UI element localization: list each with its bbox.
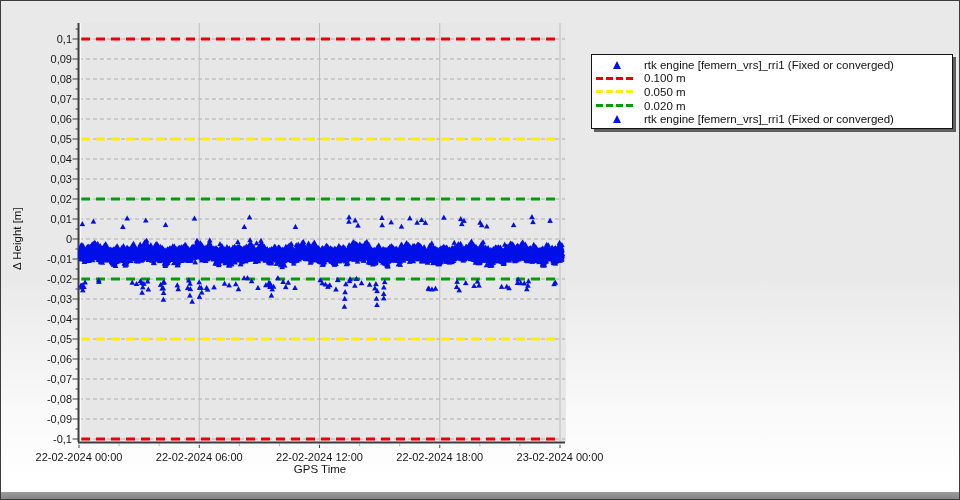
y-tick-label: 0 [26,233,72,246]
chart-window: 0,10,090,080,070,060,050,040,030,020,010… [0,0,960,500]
y-tick-label: -0,01 [26,253,72,266]
y-tick-label: -0,09 [26,413,72,426]
y-tick-label: -0,06 [26,353,72,366]
series-triangle-icon [613,115,621,123]
window-bottom-edge [1,492,959,499]
legend-item-label: rtk engine [femern_vrs]_rri1 (Fixed or c… [644,59,894,71]
green-dashed-line-icon [596,104,636,107]
y-tick-label: -0,08 [26,393,72,406]
legend-item-label: rtk engine [femern_vrs]_rri1 (Fixed or c… [644,113,894,125]
y-tick-label: -0,02 [26,273,72,286]
x-tick-label: 22-02-2024 00:00 [21,451,137,464]
y-tick-label: 0,02 [26,193,72,206]
y-tick-label: 0,01 [26,213,72,226]
legend-item: 0.100 m [596,72,948,86]
y-tick-label: -0,07 [26,373,72,386]
x-axis-title: GPS Time [260,463,380,475]
yellow-dashed-line-icon [596,90,636,93]
y-tick-label: 0,06 [26,113,72,126]
legend-item-label: 0.050 m [644,86,686,98]
y-tick-label: 0,09 [26,53,72,66]
y-tick-label: 0,1 [26,33,72,46]
x-tick-label: 22-02-2024 06:00 [141,451,257,464]
y-axis-title: Δ Height [m] [11,173,23,305]
legend-item: rtk engine [femern_vrs]_rri1 (Fixed or c… [596,112,948,126]
y-tick-label: -0,05 [26,333,72,346]
y-tick-label: -0,1 [26,433,72,446]
red-dashed-line-icon [596,77,636,80]
legend: rtk engine [femern_vrs]_rri1 (Fixed or c… [591,54,953,129]
y-tick-label: -0,03 [26,293,72,306]
y-tick-label: -0,04 [26,313,72,326]
y-tick-label: 0,08 [26,73,72,86]
y-tick-label: 0,04 [26,153,72,166]
x-tick-label: 22-02-2024 18:00 [382,451,498,464]
legend-item-label: 0.100 m [644,72,686,84]
y-tick-label: 0,07 [26,93,72,106]
series-triangle-icon [613,61,621,69]
legend-item: 0.020 m [596,99,948,113]
legend-item: 0.050 m [596,85,948,99]
legend-item: rtk engine [femern_vrs]_rri1 (Fixed or c… [596,58,948,72]
legend-item-label: 0.020 m [644,100,686,112]
y-tick-label: 0,05 [26,133,72,146]
y-tick-label: 0,03 [26,173,72,186]
x-tick-label: 23-02-2024 00:00 [502,451,618,464]
